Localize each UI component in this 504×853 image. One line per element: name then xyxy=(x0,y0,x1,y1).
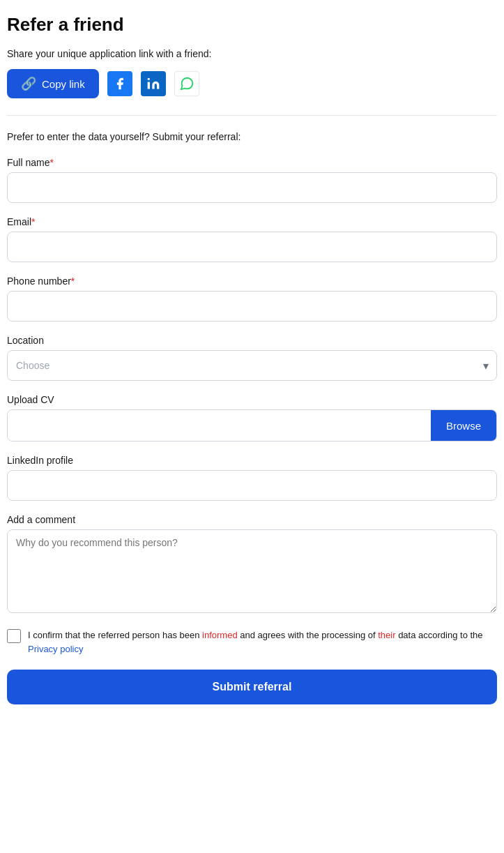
full-name-required: * xyxy=(49,157,53,168)
facebook-icon xyxy=(113,77,127,91)
comment-group: Add a comment xyxy=(7,513,497,616)
location-group: Location Choose ▾ xyxy=(7,334,497,381)
location-select[interactable]: Choose xyxy=(7,350,497,381)
location-select-wrapper: Choose ▾ xyxy=(7,350,497,381)
upload-cv-label: Upload CV xyxy=(7,394,54,405)
full-name-label: Full name* xyxy=(7,157,54,168)
email-group: Email* xyxy=(7,216,497,262)
privacy-policy-link[interactable]: Privacy policy xyxy=(28,644,83,654)
facebook-share-button[interactable] xyxy=(107,71,132,96)
browse-button[interactable]: Browse xyxy=(431,410,496,441)
full-name-input[interactable] xyxy=(7,172,497,203)
link-icon: 🔗 xyxy=(21,76,36,91)
page-title: Refer a friend xyxy=(7,14,497,36)
svg-rect-0 xyxy=(147,82,149,89)
email-label: Email* xyxy=(7,216,35,227)
share-row: 🔗 Copy link xyxy=(7,69,497,98)
svg-point-1 xyxy=(147,78,149,80)
phone-required: * xyxy=(71,275,75,287)
copy-link-label: Copy link xyxy=(42,78,85,90)
share-label: Share your unique application link with … xyxy=(7,48,497,59)
location-label: Location xyxy=(7,335,44,346)
email-required: * xyxy=(31,216,35,227)
consent-label: I confirm that the referred person has b… xyxy=(28,628,497,656)
linkedin-label: LinkedIn profile xyxy=(7,455,73,466)
phone-number-label: Phone number* xyxy=(7,275,75,287)
whatsapp-share-button[interactable] xyxy=(174,71,199,96)
whatsapp-icon xyxy=(179,76,194,91)
linkedin-share-button[interactable] xyxy=(141,71,166,96)
linkedin-group: LinkedIn profile xyxy=(7,454,497,501)
email-input[interactable] xyxy=(7,232,497,262)
comment-textarea[interactable] xyxy=(7,529,497,613)
divider xyxy=(7,115,497,116)
linkedin-input[interactable] xyxy=(7,470,497,501)
upload-cv-group: Upload CV Browse xyxy=(7,393,497,441)
file-upload-wrapper: Browse xyxy=(7,409,497,441)
submit-referral-button[interactable]: Submit referral xyxy=(7,670,497,704)
copy-link-button[interactable]: 🔗 Copy link xyxy=(7,69,99,98)
comment-label: Add a comment xyxy=(7,514,75,525)
phone-number-group: Phone number* xyxy=(7,275,497,322)
linkedin-icon xyxy=(146,77,160,91)
section-label: Prefer to enter the data yourself? Submi… xyxy=(7,131,497,142)
phone-number-input[interactable] xyxy=(7,291,497,322)
consent-row: I confirm that the referred person has b… xyxy=(7,628,497,656)
file-upload-input[interactable] xyxy=(8,410,431,441)
full-name-group: Full name* xyxy=(7,156,497,203)
consent-checkbox[interactable] xyxy=(7,629,21,643)
